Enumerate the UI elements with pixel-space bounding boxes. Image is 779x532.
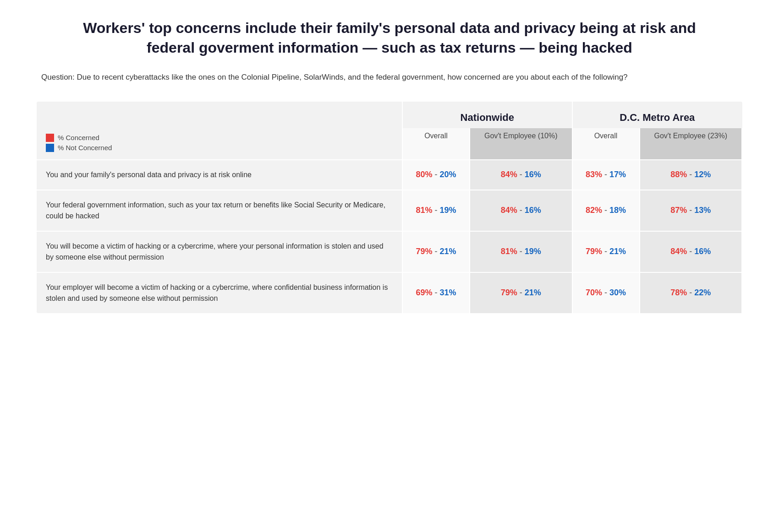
concerned-value: 81% <box>416 206 432 215</box>
concerned-value: 84% <box>501 170 517 179</box>
data-cell: 88% - 12% <box>640 160 742 190</box>
concerned-icon <box>46 134 54 142</box>
table-row: Your federal government information, suc… <box>37 190 742 231</box>
concerned-value: 84% <box>501 206 517 215</box>
concerned-value: 69% <box>416 288 432 297</box>
data-cell: 80% - 20% <box>402 160 470 190</box>
not-concerned-value: 21% <box>525 288 541 297</box>
not-concerned-icon <box>46 144 54 152</box>
data-cell: 82% - 18% <box>572 190 640 231</box>
data-cell: 81% - 19% <box>470 231 572 272</box>
nationwide-overall-subheader: Overall <box>402 128 470 160</box>
data-cell: 69% - 31% <box>402 272 470 313</box>
not-concerned-value: 21% <box>609 247 626 256</box>
table-row: You and your family's personal data and … <box>37 160 742 190</box>
legend-concerned: % Concerned <box>46 134 393 142</box>
dc-overall-subheader: Overall <box>572 128 640 160</box>
not-concerned-value: 18% <box>609 206 626 215</box>
data-cell: 81% - 19% <box>402 190 470 231</box>
nationwide-header: Nationwide <box>402 102 572 128</box>
not-concerned-value: 21% <box>440 247 456 256</box>
legend-concerned-label: % Concerned <box>58 134 99 141</box>
data-cell: 84% - 16% <box>470 190 572 231</box>
concerned-value: 82% <box>586 206 602 215</box>
separator: - <box>517 247 525 256</box>
row-label: You and your family's personal data and … <box>37 160 402 190</box>
separator: - <box>687 247 694 256</box>
data-cell: 83% - 17% <box>572 160 640 190</box>
data-cell: 84% - 16% <box>470 160 572 190</box>
data-cell: 79% - 21% <box>470 272 572 313</box>
separator: - <box>517 288 525 297</box>
concerned-value: 79% <box>586 247 602 256</box>
data-cell: 70% - 30% <box>572 272 640 313</box>
legend-not-concerned-label: % Not Concerned <box>58 144 112 152</box>
separator: - <box>433 288 440 297</box>
concerned-value: 79% <box>501 288 517 297</box>
not-concerned-value: 20% <box>440 170 456 179</box>
separator: - <box>433 247 440 256</box>
not-concerned-value: 22% <box>694 288 711 297</box>
separator: - <box>602 170 609 179</box>
concerned-value: 84% <box>670 247 687 256</box>
separator: - <box>687 288 694 297</box>
not-concerned-value: 19% <box>440 206 456 215</box>
row-label: Your employer will become a victim of ha… <box>37 272 402 313</box>
data-cell: 79% - 21% <box>572 231 640 272</box>
page-title: Workers' top concerns include their fami… <box>37 18 742 58</box>
concerned-value: 70% <box>586 288 602 297</box>
separator: - <box>602 247 609 256</box>
table-row: Your employer will become a victim of ha… <box>37 272 742 313</box>
legend-not-concerned: % Not Concerned <box>46 144 393 152</box>
data-table-container: Nationwide D.C. Metro Area % Concerned %… <box>37 102 742 313</box>
separator: - <box>602 288 609 297</box>
not-concerned-value: 13% <box>694 206 711 215</box>
concerned-value: 81% <box>501 247 517 256</box>
concerned-value: 78% <box>670 288 687 297</box>
separator: - <box>687 206 694 215</box>
data-cell: 79% - 21% <box>402 231 470 272</box>
top-header-row: Nationwide D.C. Metro Area <box>37 102 742 128</box>
dc-gov-subheader: Gov't Employee (23%) <box>640 128 742 160</box>
question-text: Question: Due to recent cyberattacks lik… <box>37 71 742 83</box>
separator: - <box>433 170 440 179</box>
row-label: Your federal government information, suc… <box>37 190 402 231</box>
row-label: You will become a victim of hacking or a… <box>37 231 402 272</box>
not-concerned-value: 17% <box>609 170 626 179</box>
data-cell: 84% - 16% <box>640 231 742 272</box>
separator: - <box>517 170 525 179</box>
concerned-value: 79% <box>416 247 432 256</box>
concerned-value: 80% <box>416 170 432 179</box>
separator: - <box>602 206 609 215</box>
separator: - <box>687 170 694 179</box>
not-concerned-value: 19% <box>525 247 541 256</box>
separator: - <box>433 206 440 215</box>
not-concerned-value: 16% <box>525 170 541 179</box>
concerned-value: 88% <box>670 170 687 179</box>
nationwide-gov-subheader: Gov't Employee (10%) <box>470 128 572 160</box>
dc-header: D.C. Metro Area <box>572 102 742 128</box>
data-cell: 87% - 13% <box>640 190 742 231</box>
concerned-value: 87% <box>670 206 687 215</box>
data-cell: 78% - 22% <box>640 272 742 313</box>
not-concerned-value: 16% <box>694 247 711 256</box>
concerned-value: 83% <box>586 170 602 179</box>
not-concerned-value: 16% <box>525 206 541 215</box>
table-row: You will become a victim of hacking or a… <box>37 231 742 272</box>
sub-header-row: % Concerned % Not Concerned Overall Gov'… <box>37 128 742 160</box>
separator: - <box>517 206 525 215</box>
not-concerned-value: 12% <box>694 170 711 179</box>
not-concerned-value: 31% <box>440 288 456 297</box>
not-concerned-value: 30% <box>609 288 626 297</box>
